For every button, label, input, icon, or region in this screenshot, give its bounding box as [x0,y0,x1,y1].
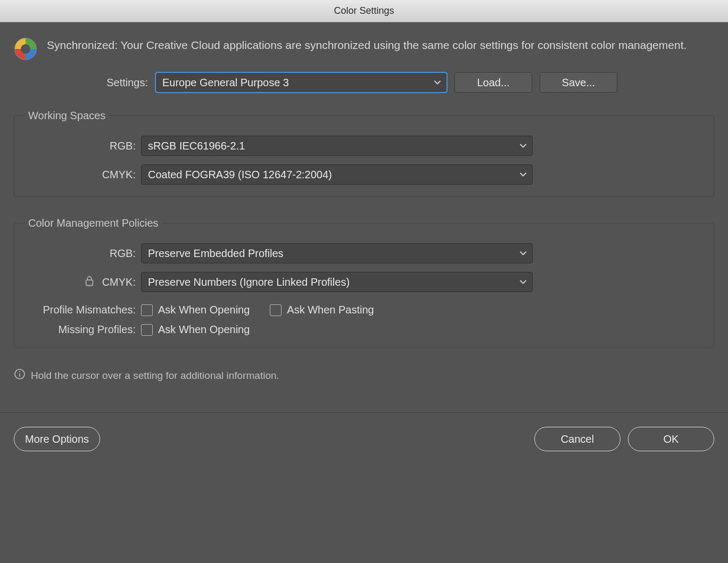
pol-cmyk-value: Preserve Numbers (Ignore Linked Profiles… [148,276,350,288]
more-options-label: More Options [25,433,89,445]
svg-rect-2 [86,280,93,285]
cancel-button[interactable]: Cancel [534,427,621,451]
sync-status-row: Synchronized: Your Creative Cloud applic… [14,37,714,61]
svg-point-8 [19,371,20,372]
ok-button[interactable]: OK [628,427,714,451]
sync-status-text: Synchronized: Your Creative Cloud applic… [47,37,686,53]
ws-cmyk-value: Coated FOGRA39 (ISO 12647-2:2004) [148,169,332,181]
ok-button-label: OK [664,433,679,445]
pol-rgb-label: RGB: [23,247,136,260]
mismatch-ask-opening-label: Ask When Opening [158,304,250,316]
pol-cmyk-select[interactable]: Preserve Numbers (Ignore Linked Profiles… [141,272,533,292]
info-icon [14,368,26,383]
ws-cmyk-label: CMYK: [23,169,136,181]
svg-rect-4 [88,285,90,286]
save-button[interactable]: Save... [540,72,617,93]
settings-select[interactable]: Europe General Purpose 3 [155,72,447,93]
ws-rgb-select[interactable]: sRGB IEC61966-2.1 [141,136,533,156]
profile-mismatches-label: Profile Mismatches: [23,304,136,316]
missing-ask-opening-label: Ask When Opening [158,324,250,336]
working-spaces-legend: Working Spaces [25,110,109,122]
color-policies-legend: Color Management Policies [25,217,162,229]
pol-rgb-value: Preserve Embedded Profiles [148,247,284,260]
checkbox-unchecked-icon [270,304,282,316]
working-spaces-panel: Working Spaces RGB: sRGB IEC61966-2.1 CM… [14,110,714,197]
chevron-down-icon [434,77,441,89]
save-button-label: Save... [562,77,595,89]
dialog-footer: More Options Cancel OK [0,413,728,467]
window-titlebar: Color Settings [0,0,728,22]
load-button[interactable]: Load... [454,72,532,93]
dialog-body: Synchronized: Your Creative Cloud applic… [0,22,728,383]
load-button-label: Load... [477,77,509,89]
more-options-button[interactable]: More Options [14,427,100,451]
info-hint-text: Hold the cursor over a setting for addit… [31,370,279,382]
info-hint-row: Hold the cursor over a setting for addit… [14,368,714,383]
lock-icon [81,275,98,289]
chevron-down-icon [519,247,527,260]
svg-rect-5 [90,285,92,286]
pol-cmyk-label: CMYK: [102,276,136,288]
missing-profiles-label: Missing Profiles: [23,324,136,336]
svg-rect-3 [86,285,88,286]
ws-rgb-value: sRGB IEC61966-2.1 [148,140,245,152]
mismatch-ask-opening[interactable]: Ask When Opening [141,304,250,316]
chevron-down-icon [519,276,527,288]
pol-rgb-select[interactable]: Preserve Embedded Profiles [141,243,533,263]
settings-label: Settings: [99,77,148,89]
chevron-down-icon [519,140,527,152]
ws-cmyk-select[interactable]: Coated FOGRA39 (ISO 12647-2:2004) [141,164,533,185]
window-title: Color Settings [334,5,394,16]
checkbox-unchecked-icon [141,324,153,336]
settings-select-value: Europe General Purpose 3 [162,77,289,89]
cancel-button-label: Cancel [561,433,594,445]
mismatch-ask-pasting-label: Ask When Pasting [287,304,374,316]
color-sync-icon [14,37,37,61]
ws-rgb-label: RGB: [23,140,136,152]
settings-row: Settings: Europe General Purpose 3 Load.… [14,72,714,93]
chevron-down-icon [519,169,527,181]
svg-point-1 [21,44,30,54]
missing-ask-opening[interactable]: Ask When Opening [141,324,250,336]
checkbox-unchecked-icon [141,304,153,316]
mismatch-ask-pasting[interactable]: Ask When Pasting [270,304,374,316]
color-policies-panel: Color Management Policies RGB: Preserve … [14,217,714,348]
